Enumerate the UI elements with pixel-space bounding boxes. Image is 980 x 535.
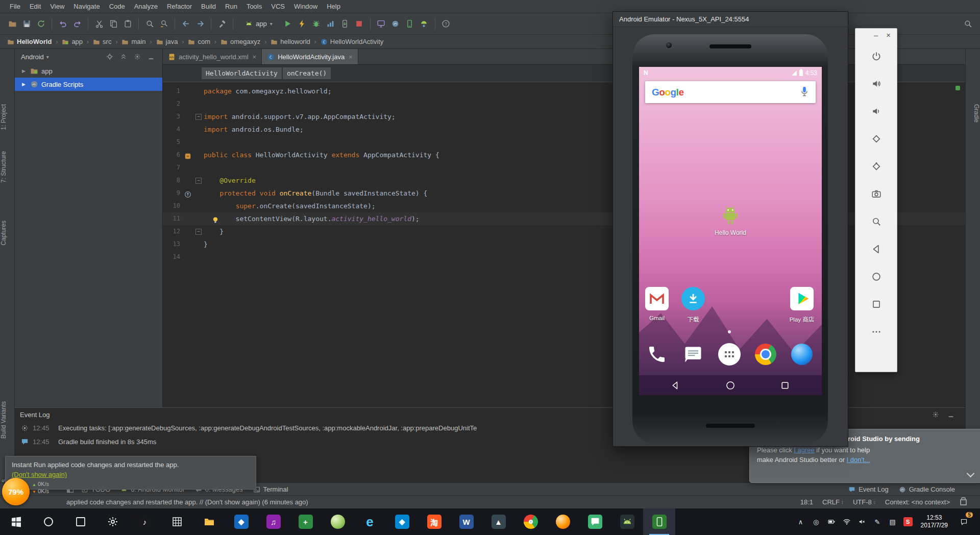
project-view-selector[interactable]: Android ▾: [19, 52, 51, 62]
nav-home-button[interactable]: [725, 380, 736, 391]
caret-position-indicator[interactable]: 18:1: [800, 498, 813, 506]
blue-app[interactable]: ◆: [225, 508, 257, 535]
sdk-manager-button[interactable]: [418, 17, 431, 31]
help-button[interactable]: ?: [439, 17, 453, 31]
firefox-app[interactable]: [547, 508, 579, 535]
make-project-button[interactable]: [215, 17, 229, 31]
touch-keyboard[interactable]: ▤: [885, 508, 900, 535]
close-tab-icon[interactable]: ×: [253, 53, 257, 61]
gradle-sync-button[interactable]: [389, 17, 402, 31]
cut-button[interactable]: [92, 17, 106, 31]
close-tab-icon[interactable]: ×: [349, 53, 353, 61]
i-dont-link[interactable]: I don't...: [847, 456, 870, 464]
find-button[interactable]: [143, 17, 156, 31]
tool-window-button-gradle[interactable]: Gradle: [966, 104, 980, 123]
readonly-lock-icon[interactable]: [960, 499, 967, 505]
attach-debugger-button[interactable]: [338, 17, 352, 31]
camera-button[interactable]: [868, 185, 885, 203]
editor-tab-activity-hello-world-xml[interactable]: </>activity_hello_world.xml×: [163, 49, 262, 64]
dont-show-again-link[interactable]: (Don't show again): [12, 471, 67, 478]
rotate-left-button[interactable]: [868, 130, 885, 148]
notification-center-button[interactable]: 5: [953, 508, 974, 535]
calculator-app[interactable]: [161, 508, 193, 535]
app-icon-[interactable]: [681, 286, 705, 311]
nav-recents-button[interactable]: [780, 380, 790, 391]
app-icon-gmail[interactable]: [645, 286, 669, 311]
notification-expand-chevron[interactable]: [967, 470, 975, 478]
breadcrumb-java[interactable]: java: [156, 38, 178, 45]
replace-button[interactable]: [157, 17, 170, 31]
paste-button[interactable]: [121, 17, 134, 31]
tray-ring[interactable]: ◎: [808, 508, 824, 535]
tool-window-button-captures[interactable]: Captures: [0, 221, 14, 246]
mic-icon[interactable]: [800, 86, 809, 99]
debug-button[interactable]: [310, 17, 323, 31]
nav-back-button[interactable]: [671, 380, 681, 391]
emulator-app[interactable]: [643, 508, 675, 535]
battery-status[interactable]: [824, 508, 839, 535]
settings-app[interactable]: [96, 508, 129, 535]
hidden-icons-button[interactable]: ∧: [793, 508, 808, 535]
start-button[interactable]: [0, 508, 32, 535]
encoding-indicator[interactable]: UTF-8↕: [853, 498, 876, 506]
menu-run[interactable]: Run: [220, 1, 242, 12]
line-separator-indicator[interactable]: CRLF↕: [822, 498, 844, 506]
context-indicator[interactable]: Context: <no context>: [885, 498, 950, 506]
menu-refactor[interactable]: Refactor: [162, 1, 197, 12]
wechat-app[interactable]: [579, 508, 611, 535]
settings-button[interactable]: [133, 52, 142, 61]
minimize-button[interactable]: –: [874, 31, 878, 39]
tool-window-button-7-structure[interactable]: 7: Structure: [0, 151, 14, 183]
android-monitor-button[interactable]: [375, 17, 388, 31]
dock-icon-browser[interactable]: [790, 343, 814, 366]
dock-icon-dialer[interactable]: [645, 343, 669, 366]
volume-muted[interactable]: [854, 508, 870, 535]
select-opened-file-button[interactable]: [105, 52, 114, 61]
music-app[interactable]: ♪: [129, 508, 161, 535]
open-file-button[interactable]: [6, 17, 19, 31]
dock-icon-app-drawer[interactable]: [718, 343, 741, 366]
fold-marker[interactable]: −: [195, 114, 202, 120]
sogou-ime[interactable]: S: [900, 508, 916, 535]
search-everywhere-button[interactable]: [961, 17, 974, 31]
redo-button[interactable]: [70, 17, 84, 31]
volume-down-button[interactable]: [868, 103, 885, 120]
tool-window-button-1-project[interactable]: 1: Project: [0, 104, 14, 130]
speed-ball-widget[interactable]: 79%: [2, 478, 30, 505]
copy-button[interactable]: [107, 17, 120, 31]
menu-navigate[interactable]: Navigate: [69, 1, 104, 12]
editor-tab-helloworldactivity-java[interactable]: CHelloWorldActivity.java×: [262, 49, 358, 64]
chrome-app[interactable]: [514, 508, 547, 535]
zoom-button[interactable]: [868, 213, 885, 230]
green-app[interactable]: +: [289, 508, 322, 535]
fold-marker[interactable]: −: [195, 178, 202, 184]
breadcrumb-com[interactable]: com: [188, 38, 210, 45]
menu-file[interactable]: File: [5, 1, 25, 12]
back-button[interactable]: [868, 240, 885, 258]
home-button[interactable]: [868, 268, 885, 285]
run-button[interactable]: [281, 17, 295, 31]
menu-view[interactable]: View: [45, 1, 69, 12]
cyan-app[interactable]: ◈: [386, 508, 418, 535]
edge-browser[interactable]: e: [354, 508, 386, 535]
collapse-all-button[interactable]: [119, 52, 128, 61]
menu-code[interactable]: Code: [105, 1, 130, 12]
volume-up-button[interactable]: [868, 75, 885, 92]
class-gutter-icon[interactable]: [184, 151, 191, 158]
breadcrumb-main[interactable]: main: [121, 38, 145, 45]
file-explorer[interactable]: [193, 508, 225, 535]
menu-analyze[interactable]: Analyze: [130, 1, 162, 12]
sync-button[interactable]: [34, 17, 47, 31]
close-button[interactable]: ×: [886, 31, 891, 39]
app-icon-play[interactable]: [790, 286, 814, 311]
tool-window-button-event-log[interactable]: Event Log: [844, 484, 893, 495]
undo-button[interactable]: [56, 17, 69, 31]
tool-window-button-build-variants[interactable]: Build Variants: [0, 401, 14, 439]
back-button[interactable]: [179, 17, 192, 31]
hide-event-log-button[interactable]: [946, 410, 955, 419]
dark-app[interactable]: ▲: [482, 508, 514, 535]
dock-icon-chrome[interactable]: [754, 343, 777, 366]
overview-button[interactable]: [868, 296, 885, 313]
breadcrumb-helloworld[interactable]: HelloWorld: [7, 38, 52, 45]
instant-run-button[interactable]: [296, 17, 309, 31]
